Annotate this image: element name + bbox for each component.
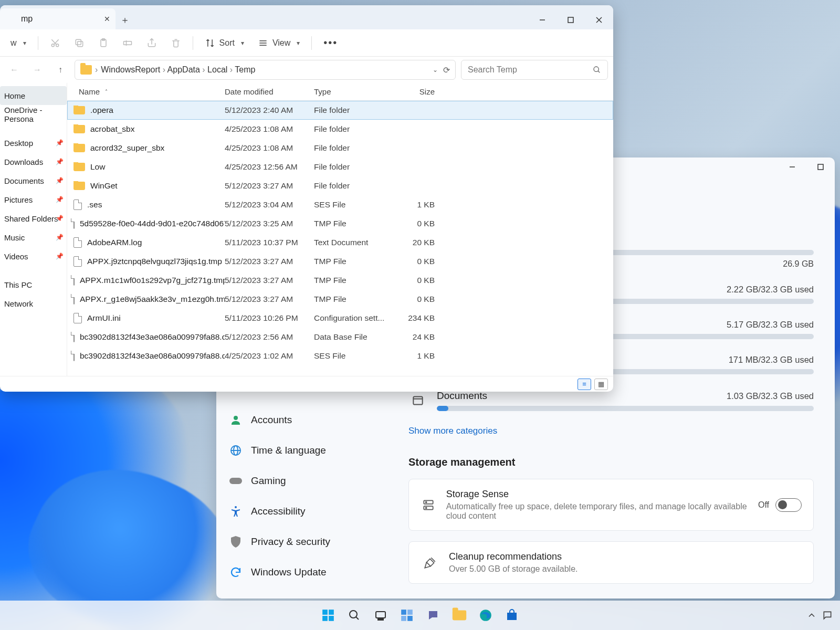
share-button[interactable] [141,33,162,54]
cut-button[interactable] [45,33,66,54]
settings-nav-item[interactable]: Windows Update [229,562,393,583]
chat-button[interactable] [423,605,444,626]
breadcrumb-segment[interactable]: Temp [235,65,255,74]
forward-button[interactable]: → [28,61,46,79]
task-view-button[interactable] [370,605,391,626]
minimize-button[interactable] [528,10,556,29]
settings-nav-item[interactable]: Time & language [229,440,393,461]
column-type[interactable]: Type [314,87,393,96]
storage-category[interactable]: Documents1.03 GB/32.3 GB used [408,390,814,411]
delete-button[interactable] [165,33,186,54]
explorer-tab[interactable]: mp ✕ [0,8,116,29]
tray-chevron-icon[interactable] [806,610,817,621]
file-icon [74,256,82,267]
pin-icon: 📌 [56,215,64,222]
table-row[interactable]: APPX.r_g1e8wj5aakk3e3v_m1ezg0h.tmp5/12/2… [67,290,613,309]
breadcrumb[interactable]: › WindowsReport › AppData › Local › Temp… [75,60,456,80]
table-row[interactable]: WinGet5/12/2023 3:27 AMFile folder [67,176,613,195]
sidebar-item[interactable]: Videos📌 [0,247,67,266]
view-menu-button[interactable]: View▾ [253,33,305,54]
new-menu-button[interactable]: w▾ [5,33,32,54]
cleanup-title: Cleanup recommendations [449,551,578,562]
system-tray[interactable] [806,610,833,621]
settings-nav-item[interactable]: Accessibility [229,501,393,522]
file-type: TMP File [314,295,393,304]
table-row[interactable]: bc3902d8132f43e3ae086a009979fa88.db.ses4… [67,346,613,365]
sidebar-item[interactable]: Desktop📌 [0,133,67,152]
table-row[interactable]: Low4/25/2023 12:56 AMFile folder [67,158,613,176]
paste-button[interactable] [93,33,114,54]
new-tab-button[interactable]: ＋ [116,10,134,29]
pin-icon: 📌 [56,253,64,260]
sort-menu-button[interactable]: Sort▾ [200,33,249,54]
taskbar-edge-button[interactable] [475,605,496,626]
refresh-button[interactable]: ⟳ [443,65,450,75]
tab-close-icon[interactable]: ✕ [104,15,110,23]
view-thumbnails-button[interactable]: ▦ [594,379,608,390]
sidebar-item[interactable]: OneDrive - Persona [0,105,67,124]
explorer-addressbar-row: ← → ↑ › WindowsReport › AppData › Local … [0,57,613,83]
table-row[interactable]: AdobeARM.log5/11/2023 10:37 PMText Docum… [67,233,613,252]
widgets-button[interactable] [396,605,417,626]
shield-icon [229,535,243,549]
sidebar-item[interactable]: Pictures📌 [0,190,67,209]
search-box[interactable] [461,60,608,80]
settings-nav-item[interactable]: Privacy & security [229,531,393,552]
back-button[interactable]: ← [5,61,23,79]
file-name: WinGet [90,181,118,191]
file-name: acrobat_sbx [90,124,134,134]
table-row[interactable]: ArmUI.ini5/11/2023 10:26 PMConfiguration… [67,309,613,328]
tray-notification-icon[interactable] [822,610,833,621]
file-name: .opera [90,106,113,115]
search-input[interactable] [468,65,593,75]
settings-nav-item[interactable]: Accounts [229,410,393,430]
taskbar-store-button[interactable] [501,605,522,626]
nav-label: Gaming [251,475,286,487]
settings-nav-item[interactable]: Gaming [229,470,393,491]
sidebar-item[interactable]: Downloads📌 [0,152,67,171]
storage-sense-toggle[interactable] [775,498,802,512]
start-button[interactable] [318,605,339,626]
table-row[interactable]: .opera5/12/2023 2:40 AMFile folder [67,101,613,120]
svg-line-43 [356,617,359,620]
table-row[interactable]: acrobat_sbx4/25/2023 1:08 AMFile folder [67,120,613,139]
breadcrumb-dropdown[interactable]: ⌄ [433,66,438,74]
view-details-button[interactable]: ≡ [578,379,591,390]
sidebar-item[interactable]: Home [0,86,67,105]
table-row[interactable]: acrord32_super_sbx4/25/2023 1:08 AMFile … [67,139,613,158]
column-name[interactable]: Name ˄ [67,87,225,96]
taskbar-explorer-button[interactable] [449,605,470,626]
sidebar-item[interactable]: Network [0,294,67,313]
file-date: 4/25/2023 1:02 AM [225,351,314,361]
table-row[interactable]: 5d59528e-f0e0-44dd-9d01-e20c748d067f....… [67,214,613,233]
sidebar-item[interactable]: Documents📌 [0,171,67,190]
close-button[interactable] [585,10,613,29]
table-row[interactable]: .ses5/12/2023 3:04 AMSES File1 KB [67,195,613,214]
breadcrumb-segment[interactable]: AppData [167,65,200,74]
file-size: 20 KB [393,238,445,247]
breadcrumb-segment[interactable]: WindowsReport [101,65,160,74]
category-name: Documents [437,390,487,402]
taskbar-search-button[interactable] [344,605,365,626]
cleanup-recommendations-card[interactable]: Cleanup recommendations Over 5.00 GB of … [408,541,814,584]
show-more-categories-link[interactable]: Show more categories [408,426,497,436]
file-size: 24 KB [393,332,445,342]
up-button[interactable]: ↑ [51,61,69,79]
rename-button[interactable] [117,33,138,54]
svg-point-42 [350,611,357,618]
sidebar-item[interactable]: This PC [0,275,67,294]
more-button[interactable]: ••• [318,33,343,54]
column-size[interactable]: Size [393,87,445,96]
maximize-button[interactable] [556,10,585,29]
storage-sense-card[interactable]: Storage Sense Automatically free up spac… [408,479,814,531]
table-row[interactable]: APPX.j9ztcnpq8elvguqzl73jiqs1g.tmp5/12/2… [67,252,613,271]
svg-rect-21 [568,17,573,23]
sidebar-item[interactable]: Shared Folders📌 [0,209,67,228]
table-row[interactable]: bc3902d8132f43e3ae086a009979fa88.db5/12/… [67,328,613,346]
copy-button[interactable] [69,33,90,54]
sidebar-item[interactable]: Music📌 [0,228,67,247]
breadcrumb-segment[interactable]: Local [207,65,227,74]
column-date[interactable]: Date modified [225,87,314,96]
file-type: TMP File [314,257,393,266]
table-row[interactable]: APPX.m1c1wf0o1s292vp7g_jcf271g.tmp5/12/2… [67,271,613,290]
